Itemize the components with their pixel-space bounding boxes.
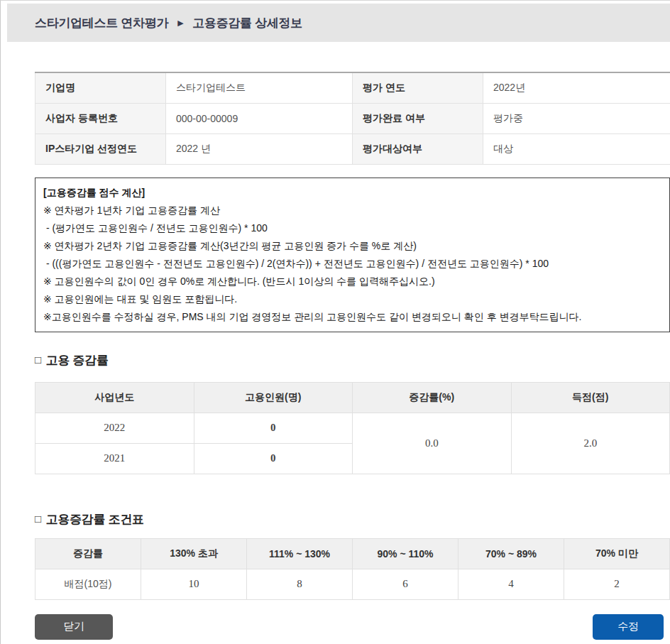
column-header-range-5: 70% 미만	[564, 538, 670, 569]
page: { "breadcrumb": { "parent": "스타기업테스트 연차평…	[0, 0, 670, 644]
allocation-label-cell: 배점(10점)	[35, 569, 141, 599]
info-row-selection-year: IP스타기업 선정연도 2022 년 평가대상여부 대상	[35, 133, 670, 164]
square-bullet-icon: □	[35, 354, 41, 366]
breadcrumb-parent: 스타기업테스트 연차평가	[35, 15, 168, 31]
notice-line: ※ 연차평가 1년차 기업 고용증감률 계산	[43, 202, 661, 219]
column-header-range-1: 130% 초과	[141, 538, 247, 569]
notice-line: - (평가연도 고용인원수 / 전년도 고용인원수) * 100	[43, 219, 661, 237]
company-name-label: 기업명	[35, 72, 166, 103]
table-row: 2022 0 0.0 2.0	[35, 413, 670, 443]
column-header-rate-label: 증감률	[35, 538, 141, 569]
column-header-range-4: 70% ~ 89%	[458, 538, 564, 569]
condition-table: 증감률 130% 초과 111% ~ 130% 90% ~ 110% 70% ~…	[35, 538, 670, 600]
business-reg-value: 000-00-00009	[166, 103, 353, 133]
condition-table-header-row: 증감률 130% 초과 111% ~ 130% 90% ~ 110% 70% ~…	[35, 538, 670, 569]
selection-year-value: 2022 년	[166, 133, 353, 164]
eval-year-label: 평가 연도	[353, 72, 483, 103]
page-title: 고용증감률 상세정보	[192, 15, 302, 31]
notice-line: ※고용인원수를 수정하실 경우, PMS 내의 기업 경영정보 관리의 고용인원…	[43, 308, 661, 326]
column-header-rate: 증감률(%)	[353, 382, 512, 413]
notice-line: ※ 고용인원수의 값이 0인 경우 0%로 계산합니다. (반드시 1이상의 수…	[43, 273, 661, 290]
employment-rate-table: 사업년도 고용인원(명) 증감률(%) 득점(점) 2022 0 0.0 2.0…	[35, 382, 670, 474]
headcount-cell: 0	[194, 443, 353, 474]
headcount-cell: 0	[194, 413, 353, 443]
year-cell: 2021	[35, 443, 194, 474]
employment-rate-section-title: □ 고용 증감률	[35, 352, 670, 369]
selection-year-label: IP스타기업 선정연도	[35, 133, 166, 164]
section-title-text: 고용증감률 조건표	[46, 511, 144, 528]
eval-year-value: 2022년	[483, 72, 670, 103]
point-cell: 6	[353, 569, 458, 599]
eval-target-value: 대상	[483, 133, 670, 164]
content: 기업명 스타기업테스트 평가 연도 2022년 사업자 등록번호 000-00-…	[35, 72, 670, 640]
point-cell: 8	[247, 569, 353, 599]
breadcrumb-arrow-icon: ▶	[177, 18, 183, 28]
score-cell: 2.0	[511, 413, 670, 474]
info-row-registration: 사업자 등록번호 000-00-00009 평가완료 여부 평가중	[35, 103, 670, 133]
table-row: 배점(10점) 10 8 6 4 2	[35, 569, 670, 599]
point-cell: 2	[564, 569, 670, 599]
notice-title: [고용증감률 점수 계산]	[43, 184, 661, 202]
eval-target-label: 평가대상여부	[353, 133, 483, 164]
column-header-range-3: 90% ~ 110%	[353, 538, 458, 569]
rate-cell: 0.0	[353, 413, 512, 474]
employment-table-header-row: 사업년도 고용인원(명) 증감률(%) 득점(점)	[35, 382, 670, 413]
section-title-text: 고용 증감률	[46, 352, 109, 369]
info-row-company: 기업명 스타기업테스트 평가 연도 2022년	[35, 72, 670, 103]
point-cell: 10	[141, 569, 247, 599]
close-button[interactable]: 닫기	[35, 614, 113, 640]
column-header-range-2: 111% ~ 130%	[247, 538, 353, 569]
notice-line: ※ 연차평가 2년차 기업 고용증감률 계산(3년간의 평균 고용인원 증가 수…	[43, 237, 661, 255]
edit-button[interactable]: 수정	[593, 614, 664, 640]
business-reg-label: 사업자 등록번호	[35, 103, 166, 133]
notice-line: - (((평가연도 고용인원수 - 전전년도 고용인원수) / 2(연차수)) …	[43, 255, 661, 273]
breadcrumb: 스타기업테스트 연차평가 ▶ 고용증감률 상세정보	[35, 15, 302, 31]
score-calculation-notice: [고용증감률 점수 계산] ※ 연차평가 1년차 기업 고용증감률 계산 - (…	[35, 178, 670, 332]
square-bullet-icon: □	[35, 513, 41, 525]
action-button-row: 닫기 수정	[35, 614, 670, 640]
eval-complete-value: 평가중	[483, 103, 670, 133]
company-info-table: 기업명 스타기업테스트 평가 연도 2022년 사업자 등록번호 000-00-…	[35, 72, 670, 165]
header-bar: 스타기업테스트 연차평가 ▶ 고용증감률 상세정보	[7, 4, 670, 42]
column-header-headcount: 고용인원(명)	[194, 382, 353, 413]
column-header-year: 사업년도	[35, 382, 194, 413]
eval-complete-label: 평가완료 여부	[353, 103, 483, 133]
company-name-value: 스타기업테스트	[166, 72, 353, 103]
column-header-score: 득점(점)	[511, 382, 670, 413]
year-cell: 2022	[35, 413, 194, 443]
condition-table-section-title: □ 고용증감률 조건표	[35, 511, 670, 528]
point-cell: 4	[458, 569, 564, 599]
notice-line: ※ 고용인원에는 대표 및 임원도 포함됩니다.	[43, 290, 661, 308]
